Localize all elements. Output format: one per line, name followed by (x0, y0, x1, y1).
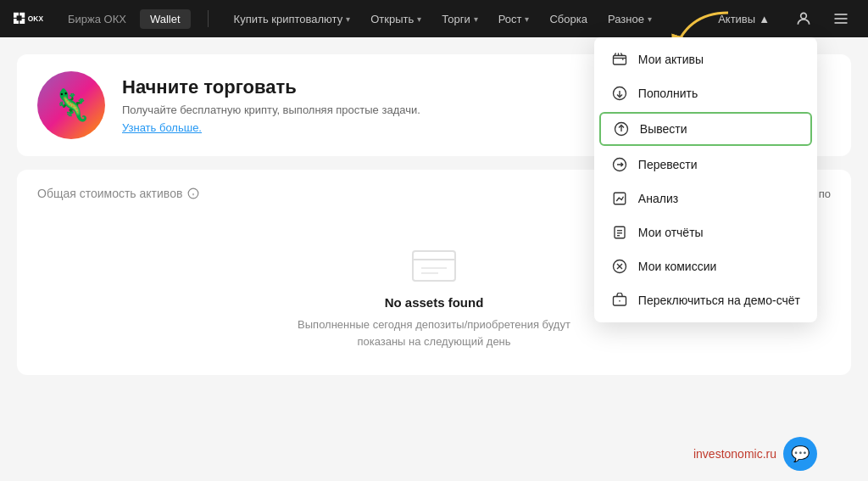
reports-icon (611, 224, 628, 241)
nav-buy-crypto[interactable]: Купить криптовалюту ▾ (225, 8, 359, 31)
promo-link[interactable]: Узнать больше. (122, 121, 202, 134)
wallet-icon (611, 51, 628, 68)
dropdown-commissions[interactable]: Мои комиссии (594, 249, 817, 283)
dropdown-demo[interactable]: Переключиться на демо-счёт (594, 283, 817, 317)
chevron-icon: ▾ (474, 14, 478, 24)
logo[interactable]: OKX (14, 8, 44, 29)
mascot-image: 🦎 (37, 71, 105, 139)
svg-point-6 (801, 13, 807, 19)
transfer-icon (611, 156, 628, 173)
assets-chevron-icon: ▲ (759, 13, 770, 25)
assets-dropdown: Мои активы Пополнить Вывести Переве (594, 37, 817, 322)
svg-text:OKX: OKX (28, 14, 44, 23)
dropdown-withdraw[interactable]: Вывести (599, 112, 812, 146)
chart-icon (611, 190, 628, 207)
svg-rect-4 (17, 15, 22, 20)
chevron-icon: ▾ (525, 14, 529, 24)
user-profile-button[interactable] (790, 5, 817, 32)
watermark-text: investonomic.ru (693, 447, 776, 461)
nav-growth[interactable]: Рост ▾ (490, 8, 538, 31)
main-nav: Купить криптовалюту ▾ Открыть ▾ Торги ▾ … (225, 8, 698, 31)
nav-open[interactable]: Открыть ▾ (362, 8, 430, 31)
commission-icon (611, 258, 628, 275)
header: OKX Биржа ОКХ Wallet Купить криптовалюту… (0, 0, 868, 37)
deposit-icon (611, 85, 628, 102)
assets-total-label: Общая стоимость активов (37, 187, 199, 200)
svg-rect-16 (615, 227, 625, 238)
svg-rect-11 (613, 56, 626, 65)
demo-icon (611, 292, 628, 309)
dropdown-analysis[interactable]: Анализ (594, 182, 817, 215)
nav-tabs: Биржа ОКХ Wallet (58, 9, 191, 29)
promo-description: Получайте бесплатную крипту, выполняя пр… (122, 103, 420, 116)
svg-rect-26 (413, 251, 455, 281)
nav-divider (208, 10, 209, 27)
chevron-icon: ▾ (417, 14, 421, 24)
header-right: Активы ▲ (708, 5, 854, 32)
no-assets-title: No assets found (385, 295, 484, 310)
tab-wallet[interactable]: Wallet (140, 9, 191, 29)
chevron-icon: ▾ (346, 14, 350, 24)
empty-state-icon (409, 243, 459, 285)
nav-build[interactable]: Сборка (541, 8, 596, 31)
promo-text: Начните торговать Получайте бесплатную к… (122, 76, 420, 135)
chat-button[interactable]: 💬 (783, 437, 817, 471)
watermark: investonomic.ru 💬 (693, 437, 817, 471)
hamburger-menu-button[interactable] (827, 5, 854, 32)
chevron-icon: ▾ (648, 14, 652, 24)
dropdown-my-assets[interactable]: Мои активы (594, 42, 817, 76)
dropdown-deposit[interactable]: Пополнить (594, 76, 817, 110)
no-assets-description: Выполненные сегодня депозиты/приобретени… (298, 316, 570, 350)
assets-button[interactable]: Активы ▲ (708, 8, 780, 31)
nav-trade[interactable]: Торги ▾ (433, 8, 486, 31)
tab-exchange[interactable]: Биржа ОКХ (58, 9, 136, 29)
withdraw-icon (613, 120, 630, 137)
dropdown-reports[interactable]: Мои отчёты (594, 215, 817, 249)
dropdown-transfer[interactable]: Перевести (594, 148, 817, 182)
promo-title: Начните торговать (122, 76, 420, 98)
nav-misc[interactable]: Разное ▾ (599, 8, 660, 31)
assets-filter-button[interactable]: по (819, 187, 831, 200)
